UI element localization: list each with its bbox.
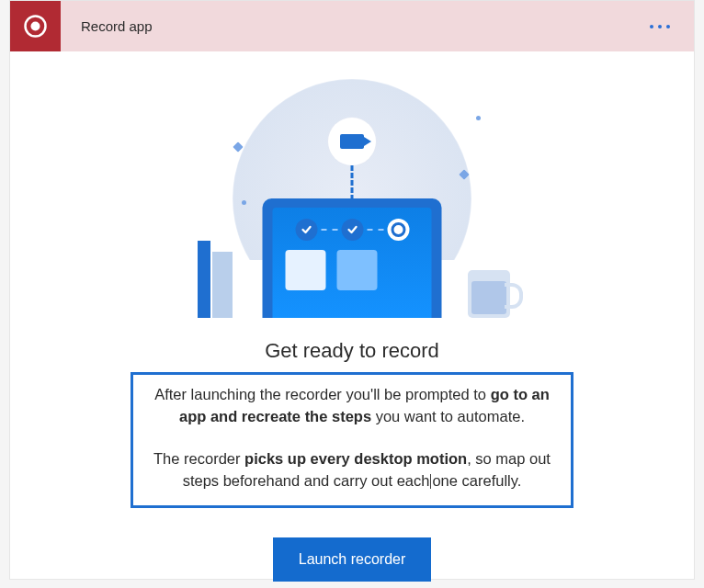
instruction-paragraph-1: After launching the recorder you'll be p… [141, 384, 563, 428]
card-body: Get ready to record After launching the … [10, 51, 694, 582]
instruction-paragraph-2: The recorder picks up every desktop moti… [141, 448, 563, 492]
camera-icon [328, 118, 376, 165]
svg-point-1 [31, 22, 40, 31]
card-title: Record app [81, 18, 153, 34]
card-header: Record app [10, 1, 694, 51]
record-app-card: Record app [9, 0, 695, 580]
instruction-box: After launching the recorder you'll be p… [131, 372, 573, 508]
recorder-illustration [187, 97, 517, 318]
heading: Get ready to record [10, 339, 694, 363]
launch-recorder-button[interactable]: Launch recorder [273, 537, 432, 582]
record-icon [10, 1, 61, 51]
more-options-button[interactable] [644, 1, 676, 51]
